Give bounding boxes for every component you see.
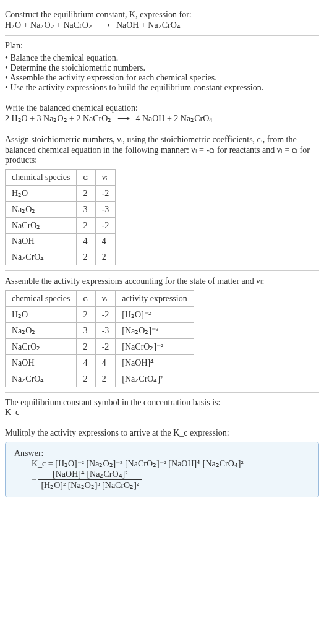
table-header-row: chemical species cᵢ νᵢ activity expressi… [6,291,194,307]
table-row: NaOH44[NaOH]⁴ [6,355,194,371]
col-vi: νᵢ [95,291,116,307]
balanced-section: Write the balanced chemical equation: 2 … [5,98,319,129]
arrow-icon: ⟶ [94,20,114,30]
stoich-section: Assign stoichiometric numbers, νᵢ, using… [5,129,319,271]
balanced-rhs: 4 NaOH + 2 Na₂CrO₄ [135,114,213,123]
activity-section: Assemble the activity expressions accoun… [5,271,319,393]
prompt-text: Construct the equilibrium constant, K, e… [5,10,319,20]
multiply-title: Mulitply the activity expressions to arr… [5,428,319,438]
col-ci: cᵢ [77,291,95,307]
table-row: NaCrO₂2-2 [6,218,116,234]
header-section: Construct the equilibrium constant, K, e… [5,5,319,36]
plan-item: Use the activity expressions to build th… [5,83,319,93]
plan-item: Determine the stoichiometric numbers. [5,63,319,73]
answer-line1: K_c = [H₂O]⁻² [Na₂O₂]⁻³ [NaCrO₂]⁻² [NaOH… [32,458,310,469]
table-row: H₂O2-2 [6,186,116,202]
col-expr: activity expression [116,291,194,307]
table-row: Na₂O₂3-3 [6,202,116,218]
multiply-section: Mulitply the activity expressions to arr… [5,423,319,502]
col-species: chemical species [6,170,77,186]
stoich-table: chemical species cᵢ νᵢ H₂O2-2 Na₂O₂3-3 N… [5,169,116,265]
kc-symbol-section: The equilibrium constant symbol in the c… [5,393,319,423]
balanced-lhs: 2 H₂O + 3 Na₂O₂ + 2 NaCrO₂ [5,114,111,123]
arrow-icon: ⟶ [114,114,134,123]
table-header-row: chemical species cᵢ νᵢ [6,170,116,186]
plan-item: Balance the chemical equation. [5,53,319,63]
activity-table: chemical species cᵢ νᵢ activity expressi… [5,290,194,387]
balanced-title: Write the balanced chemical equation: [5,103,319,113]
table-row: Na₂O₂3-3[Na₂O₂]⁻³ [6,323,194,339]
kc-symbol: K_c [5,408,319,418]
fraction-numerator: [NaOH]⁴ [Na₂CrO₄]² [38,469,142,480]
stoich-intro: Assign stoichiometric numbers, νᵢ, using… [5,134,319,165]
fraction-denominator: [H₂O]² [Na₂O₂]³ [NaCrO₂]² [38,480,142,491]
eq-lhs: H₂O + Na₂O₂ + NaCrO₂ [5,20,92,30]
table-row: NaCrO₂2-2[NaCrO₂]⁻² [6,339,194,355]
table-row: Na₂CrO₄22[Na₂CrO₄]² [6,371,194,387]
plan-section: Plan: Balance the chemical equation. Det… [5,36,319,98]
col-vi: νᵢ [95,170,116,186]
table-row: NaOH44 [6,234,116,249]
answer-fraction-line: = [NaOH]⁴ [Na₂CrO₄]² [H₂O]² [Na₂O₂]³ [Na… [32,469,310,491]
unbalanced-equation: H₂O + Na₂O₂ + NaCrO₂ ⟶ NaOH + Na₂CrO₄ [5,20,319,30]
answer-box: Answer: K_c = [H₂O]⁻² [Na₂O₂]⁻³ [NaCrO₂]… [5,442,319,497]
balanced-equation: 2 H₂O + 3 Na₂O₂ + 2 NaCrO₂ ⟶ 4 NaOH + 2 … [5,113,319,124]
equals-sign: = [32,474,38,484]
plan-list: Balance the chemical equation. Determine… [5,53,319,93]
table-row: H₂O2-2[H₂O]⁻² [6,307,194,323]
col-ci: cᵢ [77,170,95,186]
kc-symbol-text: The equilibrium constant symbol in the c… [5,398,319,408]
table-row: Na₂CrO₄22 [6,249,116,265]
plan-item: Assemble the activity expression for eac… [5,73,319,83]
eq-rhs: NaOH + Na₂CrO₄ [116,20,181,30]
plan-title: Plan: [5,41,319,51]
activity-intro: Assemble the activity expressions accoun… [5,276,319,286]
col-species: chemical species [6,291,77,307]
fraction: [NaOH]⁴ [Na₂CrO₄]² [H₂O]² [Na₂O₂]³ [NaCr… [38,469,142,491]
answer-label: Answer: [14,449,310,458]
